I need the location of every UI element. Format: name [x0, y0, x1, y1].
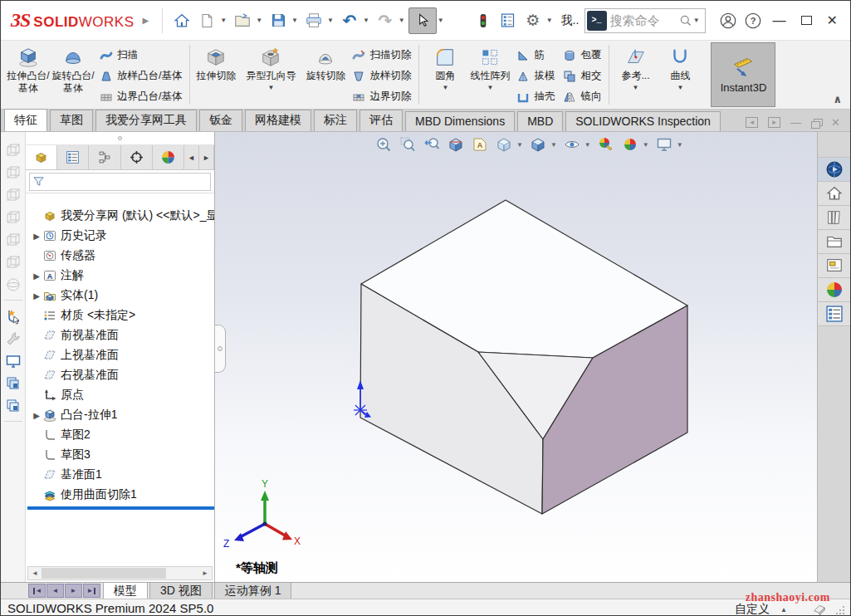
- extruded-cut-button[interactable]: 拉伸切除: [193, 42, 238, 107]
- chevron-up-icon[interactable]: ▲: [780, 606, 787, 614]
- close-icon[interactable]: ✕: [827, 14, 838, 27]
- step-back-icon[interactable]: ◄: [46, 584, 64, 598]
- dropdown-caret[interactable]: ▼: [633, 84, 639, 91]
- dropdown-caret[interactable]: ▼: [268, 84, 275, 91]
- tab-mbd-dimensions[interactable]: MBD Dimensions: [405, 111, 515, 131]
- dock-right-icon[interactable]: ►: [768, 117, 780, 128]
- dropdown-caret[interactable]: ▼: [291, 17, 298, 24]
- go-to-start-icon[interactable]: ◄: [28, 584, 46, 598]
- model-canvas[interactable]: Y X Z: [215, 132, 819, 582]
- resize-grip-icon[interactable]: [835, 604, 845, 616]
- tab-markup[interactable]: 标注: [314, 110, 357, 131]
- print-button[interactable]: [301, 7, 326, 34]
- tab-mesh-modeling[interactable]: 网格建模: [245, 110, 311, 131]
- expand-arrow[interactable]: ▶: [31, 291, 42, 301]
- dropdown-caret[interactable]: ▼: [487, 84, 494, 91]
- account-button[interactable]: [716, 7, 741, 34]
- redo-button[interactable]: ↷: [373, 7, 398, 34]
- tab-dimxpertmanager[interactable]: [121, 145, 153, 169]
- view-sphere-icon[interactable]: [5, 273, 22, 296]
- dropdown-caret[interactable]: ▼: [443, 84, 449, 91]
- tree-item[interactable]: 使用曲面切除1: [26, 485, 214, 505]
- resources-button[interactable]: [818, 181, 850, 206]
- linear-pattern-button[interactable]: 线性阵列 ▼: [467, 42, 512, 107]
- mirror-button[interactable]: 镜向: [559, 86, 605, 107]
- expand-arrow[interactable]: ▶: [31, 232, 42, 241]
- tab-featuremanager[interactable]: [26, 145, 57, 169]
- expand-arrow[interactable]: ▶: [31, 271, 42, 281]
- dropdown-caret[interactable]: ▼: [438, 17, 444, 24]
- instant3d-button[interactable]: Instant3D: [711, 42, 775, 107]
- panel-tab-scroll-right-icon[interactable]: ►: [199, 145, 214, 169]
- appearances-scenes-button[interactable]: [818, 277, 850, 302]
- view-palette-button[interactable]: [818, 253, 850, 278]
- dropdown-caret[interactable]: ▼: [327, 17, 334, 24]
- home-button[interactable]: [169, 7, 194, 34]
- tree-item[interactable]: 草图3: [26, 445, 214, 465]
- doc-restore-icon[interactable]: [811, 119, 821, 127]
- dock-left-icon[interactable]: ◄: [746, 117, 758, 128]
- scroll-right-icon[interactable]: ►: [198, 567, 212, 579]
- view-cube-icon[interactable]: [5, 228, 22, 251]
- panel-resize-strip[interactable]: [26, 132, 214, 145]
- tree-item[interactable]: ▶ 凸台-拉伸1: [26, 405, 214, 425]
- rollback-bar[interactable]: [27, 506, 214, 510]
- preview-window-icon[interactable]: [5, 350, 22, 372]
- view-cube-icon[interactable]: [5, 139, 22, 161]
- dropdown-caret[interactable]: ▼: [399, 17, 405, 24]
- copy-appearance-icon[interactable]: [5, 372, 22, 394]
- edit-sketch-icon[interactable]: [5, 305, 22, 327]
- graphics-viewport[interactable]: A ▼ ▼ ▼ ▼ ▼: [215, 132, 819, 582]
- scrollbar-thumb[interactable]: [42, 568, 166, 579]
- tab-sheet-metal[interactable]: 钣金: [199, 110, 242, 131]
- design-library-button[interactable]: [818, 205, 850, 230]
- swept-cut-button[interactable]: 扫描切除: [348, 45, 415, 66]
- reference-geometry-button[interactable]: 参考... ▼: [613, 42, 658, 107]
- view-cube-icon[interactable]: [5, 183, 22, 206]
- swept-boss-button[interactable]: 扫描: [95, 45, 186, 66]
- hole-wizard-button[interactable]: 异型孔向导 ▼: [238, 42, 303, 107]
- logo-flyout-icon[interactable]: ▶: [143, 16, 149, 25]
- help-button[interactable]: ?: [741, 7, 765, 34]
- curves-button[interactable]: 曲线 ▼: [658, 42, 702, 107]
- shell-button[interactable]: 抽壳: [512, 86, 559, 107]
- expand-arrow[interactable]: ▶: [31, 411, 42, 420]
- tree-item[interactable]: 草图2: [26, 425, 214, 445]
- intersect-button[interactable]: 相交: [559, 66, 605, 86]
- tab-mbd[interactable]: MBD: [517, 111, 563, 131]
- extruded-boss-button[interactable]: 拉伸凸台/基体: [6, 42, 51, 107]
- tab-features[interactable]: 特征: [4, 109, 47, 131]
- lofted-boss-button[interactable]: 放样凸台/基体: [95, 66, 186, 86]
- tab-motion-study[interactable]: 运动算例 1: [214, 583, 292, 599]
- view-cube-icon[interactable]: [5, 206, 22, 228]
- collapse-dot-icon[interactable]: [118, 136, 122, 140]
- dropdown-caret[interactable]: ▼: [677, 84, 684, 91]
- tree-item[interactable]: 原点: [26, 385, 214, 405]
- search-input[interactable]: [607, 13, 679, 27]
- tree-item[interactable]: ▶ 实体(1): [26, 286, 214, 306]
- save-button[interactable]: [266, 7, 291, 34]
- revolved-cut-button[interactable]: 旋转切除: [303, 42, 348, 107]
- tree-item[interactable]: 上视基准面: [26, 345, 214, 365]
- dropdown-caret[interactable]: ▼: [220, 17, 227, 24]
- design-checker-button[interactable]: [496, 7, 521, 34]
- paste-appearance-icon[interactable]: [5, 394, 22, 417]
- select-button[interactable]: [408, 7, 437, 34]
- revolved-boss-button[interactable]: 旋转凸台/基体: [51, 42, 95, 107]
- panel-splitter-handle[interactable]: [215, 325, 226, 373]
- tree-item[interactable]: 基准面1: [26, 465, 214, 485]
- step-forward-icon[interactable]: ►: [65, 584, 82, 598]
- minimize-icon[interactable]: —: [773, 14, 786, 27]
- draft-button[interactable]: 拔模: [512, 66, 559, 86]
- tree-item[interactable]: ▶ 历史记录: [26, 226, 214, 246]
- tree-item[interactable]: 右视基准面: [26, 365, 214, 385]
- tab-sketch[interactable]: 草图: [50, 110, 93, 131]
- wrap-button[interactable]: 包覆: [559, 45, 605, 66]
- undo-button[interactable]: ↶: [337, 7, 362, 34]
- tools-wrench-icon[interactable]: [5, 327, 22, 350]
- tab-propertymanager[interactable]: [57, 145, 89, 169]
- doc-minimize-icon[interactable]: —: [790, 117, 801, 128]
- scroll-left-icon[interactable]: ◄: [28, 567, 42, 579]
- tab-3d-views[interactable]: 3D 视图: [149, 583, 213, 599]
- boundary-boss-button[interactable]: 边界凸台/基体: [95, 86, 186, 107]
